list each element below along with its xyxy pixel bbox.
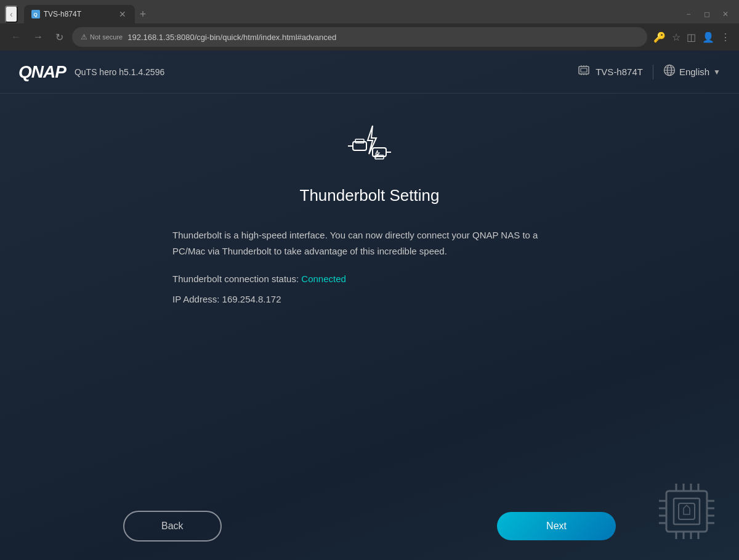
device-name: TVS-h874T (577, 63, 643, 80)
qnap-subtitle: QuTS hero h5.1.4.2596 (75, 67, 164, 77)
address-actions: 🔑 ☆ ◫ 👤 ⋮ (652, 30, 732, 44)
status-row: Thunderbolt connection status: Connected (172, 274, 567, 284)
chip-watermark (653, 477, 721, 548)
language-selector[interactable]: English ▼ (663, 64, 721, 79)
device-name-text: TVS-h874T (596, 67, 643, 77)
device-icon (577, 63, 591, 80)
qnap-wordmark: QNAP (18, 62, 66, 82)
thunderbolt-icon (342, 118, 397, 174)
minimize-btn[interactable]: − (680, 6, 697, 23)
svg-rect-1 (581, 68, 587, 72)
tab-favicon: Q (31, 10, 40, 18)
browser-back-btn[interactable]: ‹ (5, 6, 18, 23)
app-area: QNAP QuTS hero h5.1.4.2596 (0, 51, 739, 560)
not-secure-label: Not secure (90, 33, 123, 41)
browser-chrome: ‹ Q TVS-h874T ✕ + − ◻ ✕ ← → ↻ ⚠ Not secu… (0, 0, 739, 51)
bottom-actions: Back Next (0, 511, 739, 542)
address-url-text: 192.168.1.35:8080/cgi-bin/quick/html/ind… (127, 33, 336, 42)
status-label: Thunderbolt connection status: (172, 274, 299, 284)
star-icon[interactable]: ☆ (671, 30, 682, 44)
language-text: English (679, 67, 709, 77)
nav-forward-btn[interactable]: → (30, 29, 47, 45)
new-tab-btn[interactable]: + (135, 6, 151, 23)
active-tab[interactable]: Q TVS-h874T ✕ (24, 5, 135, 23)
ip-label: IP Address: (172, 294, 219, 304)
thunderbolt-icon-container (342, 118, 397, 176)
header-divider (653, 65, 653, 79)
svg-rect-20 (674, 498, 700, 524)
key-icon[interactable]: 🔑 (652, 30, 667, 44)
close-btn[interactable]: ✕ (717, 6, 734, 23)
nav-refresh-btn[interactable]: ↻ (52, 29, 67, 46)
description-text: Thunderbolt is a high-speed interface. Y… (172, 227, 567, 259)
header-right: TVS-h874T English ▼ (577, 63, 721, 80)
warning-icon: ⚠ (81, 33, 87, 41)
sidebar-icon[interactable]: ◫ (685, 30, 697, 44)
app-header: QNAP QuTS hero h5.1.4.2596 (0, 51, 739, 94)
qnap-logo: QNAP QuTS hero h5.1.4.2596 (18, 62, 164, 82)
not-secure-badge: ⚠ Not secure (81, 33, 123, 41)
chevron-down-icon: ▼ (713, 68, 721, 76)
back-button[interactable]: Back (123, 511, 222, 542)
profile-icon[interactable]: 👤 (701, 30, 716, 44)
description-area: Thunderbolt is a high-speed interface. Y… (172, 227, 567, 304)
ip-value: 169.254.8.172 (222, 294, 281, 304)
status-value: Connected (301, 274, 346, 284)
address-bar[interactable]: ⚠ Not secure 192.168.1.35:8080/cgi-bin/q… (72, 27, 647, 47)
globe-icon (663, 64, 676, 79)
menu-icon[interactable]: ⋮ (719, 30, 732, 44)
tab-close-btn[interactable]: ✕ (118, 9, 127, 19)
next-button[interactable]: Next (497, 512, 616, 540)
page-title: Thunderbolt Setting (300, 186, 440, 205)
tab-title-text: TVS-h874T (44, 10, 114, 18)
window-controls: − ◻ ✕ (680, 6, 734, 23)
chip-icon (653, 477, 721, 545)
content-area: Thunderbolt Setting Thunderbolt is a hig… (0, 94, 739, 560)
nav-back-btn[interactable]: ← (7, 29, 25, 45)
address-bar-row: ← → ↻ ⚠ Not secure 192.168.1.35:8080/cgi… (0, 23, 739, 51)
restore-btn[interactable]: ◻ (698, 6, 716, 23)
tab-bar: ‹ Q TVS-h874T ✕ + − ◻ ✕ (0, 0, 739, 23)
svg-rect-19 (666, 491, 707, 532)
ip-row: IP Address: 169.254.8.172 (172, 294, 567, 304)
